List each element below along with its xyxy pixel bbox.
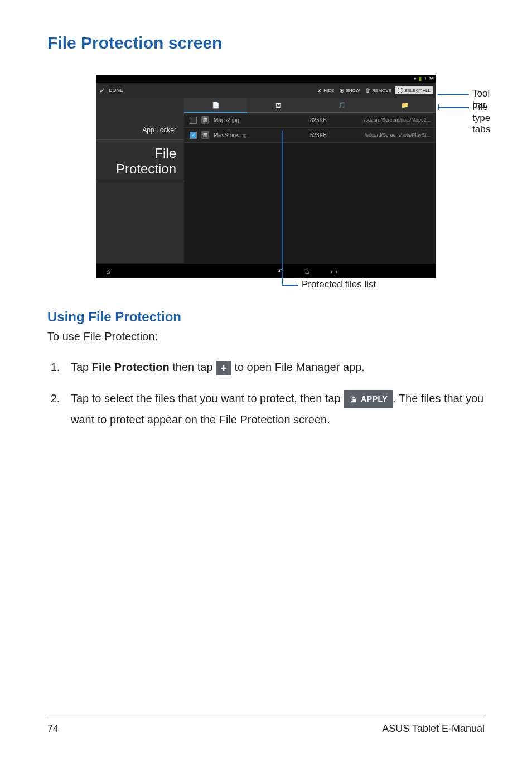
file-thumbnail: ▧ [201, 116, 209, 124]
protected-files-list: ▧ Maps2.jpg 825KB /sdcard/Screenshots/Ma… [184, 113, 436, 143]
home-icon[interactable]: ⌂ [305, 267, 309, 276]
callout-line [282, 285, 298, 286]
page-title: File Protection screen [47, 33, 485, 52]
file-path: /sdcard/Screenshots/Maps2... [351, 117, 431, 123]
tab-other[interactable]: 📁 [373, 98, 436, 113]
battery-icon: ▮ [419, 76, 422, 81]
file-row[interactable]: ▧ Maps2.jpg 825KB /sdcard/Screenshots/Ma… [184, 113, 436, 128]
done-label[interactable]: DONE [109, 88, 123, 93]
step-text: to open File Manager app. [234, 361, 365, 373]
show-button[interactable]: ◉SHOW [338, 86, 361, 94]
tab-file[interactable]: 📄 [184, 98, 247, 113]
file-row[interactable]: ✓ ▧ PlayStore.jpg 523KB /sdcard/Screensh… [184, 128, 436, 143]
page-number: 74 [47, 723, 59, 735]
recent-icon[interactable]: ▭ [331, 267, 337, 276]
hide-label: HIDE [323, 88, 334, 93]
callout-line [438, 94, 469, 95]
select-all-button[interactable]: ⛶SELECT ALL [395, 86, 433, 94]
annotation-list: Protected files list [302, 279, 376, 290]
product-name: ASUS Tablet E-Manual [382, 723, 485, 735]
checkbox[interactable]: ✓ [190, 132, 197, 139]
step-text: Tap [71, 361, 92, 373]
selectall-label: SELECT ALL [404, 88, 431, 93]
callout-line [438, 107, 469, 108]
step-bold: File Protection [92, 361, 170, 373]
checkbox[interactable] [190, 117, 197, 124]
sidebar: App Locker FileProtection [96, 98, 184, 263]
wifi-icon: ▾ [414, 76, 417, 81]
step-1: Tap File Protection then tap + to open F… [63, 356, 485, 378]
file-name: PlayStore.jpg [214, 132, 286, 138]
trash-icon: 🗑 [365, 88, 370, 93]
page-footer: 74 ASUS Tablet E-Manual [47, 717, 485, 735]
sidebar-blank [96, 98, 184, 120]
tab-image[interactable]: 🖼 [247, 98, 310, 113]
file-size: 523KB [291, 132, 346, 138]
plus-button-inline: + [216, 361, 231, 375]
toolbar: ⊘HIDE ◉SHOW 🗑REMOVE ⛶SELECT ALL [316, 86, 433, 94]
section-subheading: Using File Protection [47, 309, 485, 325]
step-2: Tap to select the files that you want to… [63, 388, 485, 430]
steps-list: Tap File Protection then tap + to open F… [47, 356, 485, 430]
sidebar-item-applocker[interactable]: App Locker [96, 120, 184, 140]
back-icon[interactable]: ↶ [278, 267, 284, 276]
image-tab-icon: 🖼 [275, 102, 282, 109]
callout-line [282, 131, 283, 285]
app-titlebar: ✓ DONE ⊘HIDE ◉SHOW 🗑REMOVE ⛶SELECT ALL [96, 83, 436, 98]
apply-label: APPLY [361, 392, 388, 407]
android-screenshot: ▾ ▮ 1:26 ✓ DONE ⊘HIDE ◉SHOW 🗑REMOVE ⛶SEL… [96, 75, 436, 278]
other-tab-icon: 📁 [401, 102, 409, 109]
file-tab-icon: 📄 [212, 102, 220, 109]
file-path: /sdcard/Screenshots/PlaySt... [351, 132, 431, 138]
step-text: then tap [170, 361, 216, 373]
callout-tick [438, 104, 439, 110]
file-size: 825KB [291, 117, 346, 123]
status-bar: ▾ ▮ 1:26 [96, 75, 436, 83]
file-thumbnail: ▧ [201, 131, 209, 139]
selectall-icon: ⛶ [398, 88, 403, 93]
show-icon: ◉ [340, 88, 344, 93]
status-time: 1:26 [424, 76, 434, 81]
remove-button[interactable]: 🗑REMOVE [364, 86, 393, 94]
remove-label: REMOVE [372, 88, 391, 93]
file-type-tabs: 📄 🖼 🎵 📁 [184, 98, 436, 113]
apply-button-inline: APPLY [344, 390, 393, 408]
tab-music[interactable]: 🎵 [310, 98, 373, 113]
hide-button[interactable]: ⊘HIDE [316, 86, 336, 94]
done-check-icon[interactable]: ✓ [99, 86, 105, 95]
music-tab-icon: 🎵 [338, 102, 346, 109]
screenshot-figure: ▾ ▮ 1:26 ✓ DONE ⊘HIDE ◉SHOW 🗑REMOVE ⛶SEL… [47, 75, 485, 278]
annotation-tabs: File type tabs [472, 102, 490, 135]
show-label: SHOW [346, 88, 360, 93]
apps-icon[interactable]: ⌂ [106, 267, 110, 276]
android-nav-bar: ⌂ ↶ ⌂ ▭ [96, 264, 436, 278]
hide-icon: ⊘ [317, 88, 322, 93]
file-name: Maps2.jpg [214, 117, 286, 123]
apply-icon [349, 395, 357, 404]
step-text: Tap to select the files that you want to… [71, 392, 344, 404]
sidebar-item-fileprotection[interactable]: FileProtection [96, 140, 184, 182]
intro-text: To use File Protection: [47, 330, 485, 343]
